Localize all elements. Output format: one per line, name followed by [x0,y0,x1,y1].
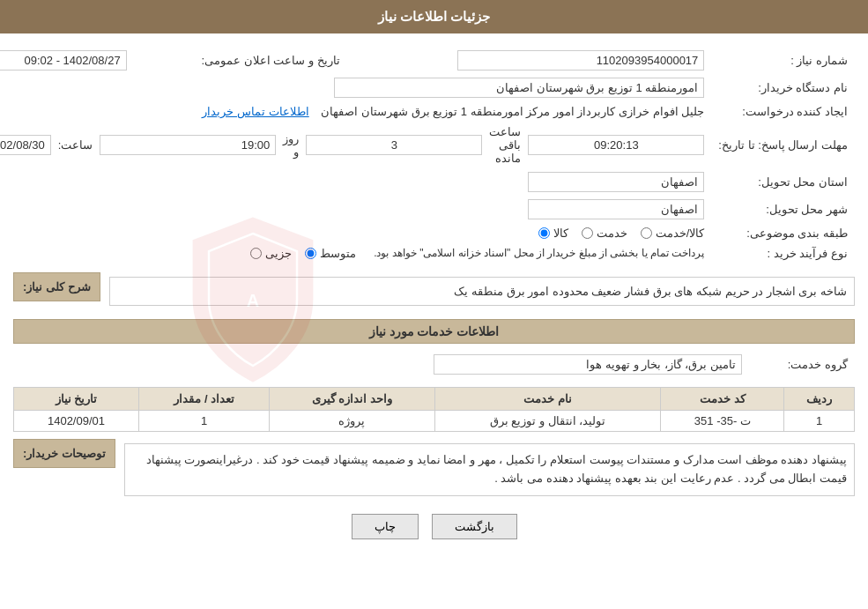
col-row-num: ردیف [784,388,855,411]
back-button[interactable]: بازگشت [432,514,517,539]
city-value: اصفهان [0,196,711,223]
creator-label: ایجاد کننده درخواست: [711,101,855,122]
row-category: طبقه بندی موضوعی: کالا خدمت کالا/خدمت [0,223,855,243]
need-number-input: 1102093954000017 [457,50,704,71]
need-description-row: شرح کلی نیاز: شاخه بری اشجار در حریم شبک… [13,272,855,310]
buyer-notes-value: پیشنهاد دهنده موظف است مدارک و مستندات پ… [146,453,847,485]
category-options: کالا خدمت کالا/خدمت [0,223,711,243]
print-button[interactable]: چاپ [352,514,419,539]
col-date: تاریخ نیاز [14,388,139,411]
table-row: 1ت -35- 351تولید، انتقال و توزیع برقپروژ… [14,411,855,432]
buyer-org-input: امورمنطقه 1 توزیع برق شهرستان اصفهان [334,78,704,98]
need-description-value: شاخه بری اشجار در حریم شبکه های برق فشار… [454,285,847,298]
col-quantity: تعداد / مقدار [138,388,269,411]
need-number-value: 1102093954000017 [347,47,712,74]
service-group-label: گروه خدمت: [749,351,855,378]
buyer-notes-row: توصیحات خریدار: پیشنهاد دهنده موظف است م… [13,439,855,501]
service-group-value: تامین برق، گاز، بخار و تهویه هوا [13,351,749,378]
radio-jozei[interactable]: جزیی [250,247,292,260]
buyer-org-value: امورمنطقه 1 توزیع برق شهرستان اصفهان [0,74,711,101]
service-group-table: گروه خدمت: تامین برق، گاز، بخار و تهویه … [13,351,855,378]
time-label: ساعت: [58,138,93,152]
category-label: طبقه بندی موضوعی: [711,223,855,243]
row-city: شهر محل تحویل: اصفهان [0,196,855,223]
announce-date-value: 1402/08/27 - 09:02 [0,47,134,74]
announce-date-input: 1402/08/27 - 09:02 [0,50,127,71]
process-label: نوع فرآیند خرید : [711,243,855,264]
process-note: پرداخت تمام یا بخشی از مبلغ خریدار از مح… [374,247,704,259]
col-service-name: نام خدمت [434,388,661,411]
province-label: استان محل تحویل: [711,168,855,196]
send-date-label: مهلت ارسال پاسخ: تا تاریخ: [711,122,855,168]
row-province: استان محل تحویل: اصفهان [0,168,855,196]
contact-link[interactable]: اطلاعات تماس خریدار [202,105,308,118]
day-input: 3 [306,135,482,155]
buyer-org-label: نام دستگاه خریدار: [711,74,855,101]
day-label: روز و [283,132,299,159]
main-info-table: شماره نیاز : 1102093954000017 تاریخ و سا… [0,47,855,264]
content-area: A شماره نیاز : 1102093954000017 تاریخ و … [0,33,868,566]
buyer-notes-container: پیشنهاد دهنده موظف است مدارک و مستندات پ… [124,439,855,501]
city-label: شهر محل تحویل: [711,196,855,223]
province-value: اصفهان [0,168,711,196]
row-process: نوع فرآیند خرید : جزیی متوسط [0,243,855,264]
button-row: بازگشت چاپ [13,514,855,553]
page-header: جزئیات اطلاعات نیاز [0,0,868,33]
city-input: اصفهان [528,199,704,219]
services-section-title: اطلاعات خدمات مورد نیاز [13,319,855,344]
radio-kala-khedmat[interactable]: کالا/خدمت [641,227,705,240]
date-input: 1402/08/30 [0,135,51,155]
province-input: اصفهان [528,172,704,192]
row-need-number: شماره نیاز : 1102093954000017 تاریخ و سا… [0,47,855,74]
row-send-date: مهلت ارسال پاسخ: تا تاریخ: 1402/08/30 سا… [0,122,855,168]
radio-motavaset[interactable]: متوسط [305,247,356,260]
need-description-label: شرح کلی نیاز: [13,272,100,301]
services-table: ردیف کد خدمت نام خدمت واحد اندازه گیری ت… [13,387,855,432]
process-options: جزیی متوسط پرداخت تمام یا بخشی از مبلغ خ… [0,243,711,264]
row-buyer-org: نام دستگاه خریدار: امورمنطقه 1 توزیع برق… [0,74,855,101]
remaining-input: 09:20:13 [528,135,704,155]
buyer-notes-label: توصیحات خریدار: [13,439,115,468]
remaining-label: ساعت باقی مانده [489,125,521,165]
creator-value: جلیل افوام خرازی کاربرداز امور مرکز امور… [0,101,711,122]
announce-date-label: تاریخ و ساعت اعلان عمومی: [134,47,347,74]
col-unit: واحد اندازه گیری [270,388,434,411]
need-number-label: شماره نیاز : [711,47,855,74]
buyer-notes-box: پیشنهاد دهنده موظف است مدارک و مستندات پ… [124,443,855,496]
col-service-code: کد خدمت [661,388,784,411]
row-service-group: گروه خدمت: تامین برق، گاز، بخار و تهویه … [13,351,855,378]
service-group-input: تامین برق، گاز، بخار و تهویه هوا [434,354,742,375]
need-description-box: شاخه بری اشجار در حریم شبکه های برق فشار… [109,277,855,306]
page-title: جزئیات اطلاعات نیاز [378,9,490,24]
radio-kala[interactable]: کالا [538,227,568,240]
time-input: 19:00 [100,135,276,155]
send-date-row: 1402/08/30 ساعت: 19:00 روز و 3 ساعت باقی… [0,122,711,168]
page-container: جزئیات اطلاعات نیاز A شماره نیاز : 11020… [0,0,868,609]
radio-khedmat[interactable]: خدمت [582,227,627,240]
table-header-row: ردیف کد خدمت نام خدمت واحد اندازه گیری ت… [14,388,855,411]
row-creator: ایجاد کننده درخواست: جلیل افوام خرازی کا… [0,101,855,122]
need-description-container: شاخه بری اشجار در حریم شبکه های برق فشار… [109,272,855,310]
